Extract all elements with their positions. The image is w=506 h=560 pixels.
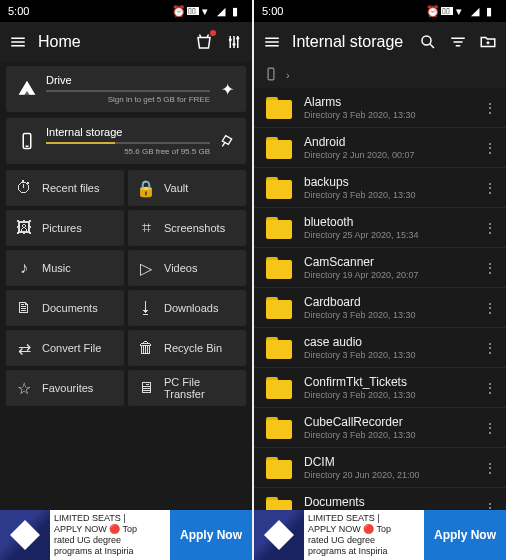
folder-name: Cardboard — [304, 295, 468, 309]
sort-icon[interactable] — [448, 32, 468, 52]
file-list: AlarmsDirectory 3 Feb 2020, 13:30⋮Androi… — [254, 88, 506, 560]
image-icon: 🖼 — [16, 220, 32, 236]
folder-row[interactable]: CubeCallRecorderDirectory 3 Feb 2020, 13… — [254, 408, 506, 448]
document-icon: 🗎 — [16, 300, 32, 316]
category-label: Documents — [42, 302, 98, 314]
ad-image — [0, 510, 50, 560]
folder-icon — [266, 297, 292, 319]
category-label: Recent files — [42, 182, 99, 194]
category-downloads[interactable]: ⭳Downloads — [128, 290, 246, 326]
folder-meta: Directory 25 Apr 2020, 15:34 — [304, 230, 468, 240]
video-icon: ▷ — [138, 260, 154, 276]
category-recycle-bin[interactable]: 🗑Recycle Bin — [128, 330, 246, 366]
breadcrumb[interactable]: › — [254, 62, 506, 88]
folder-row[interactable]: case audioDirectory 3 Feb 2020, 13:30⋮ — [254, 328, 506, 368]
drive-card[interactable]: Drive Sign in to get 5 GB for FREE ✦ — [6, 66, 246, 112]
folder-row[interactable]: DCIMDirectory 20 Jun 2020, 21:00⋮ — [254, 448, 506, 488]
svg-point-0 — [229, 38, 232, 41]
signal-icon: ◢ — [217, 5, 229, 17]
ad-apply-button[interactable]: Apply Now — [170, 510, 252, 560]
ad-apply-button[interactable]: Apply Now — [424, 510, 506, 560]
drive-badge-icon[interactable]: ✦ — [218, 80, 236, 98]
folder-meta: Directory 3 Feb 2020, 13:30 — [304, 430, 468, 440]
svg-point-5 — [422, 36, 431, 45]
download-icon: ⭳ — [138, 300, 154, 316]
folder-icon — [266, 377, 292, 399]
folder-icon — [266, 457, 292, 479]
cart-badge — [210, 30, 216, 36]
folder-name: DCIM — [304, 455, 468, 469]
folder-meta: Directory 2 Jun 2020, 00:07 — [304, 150, 468, 160]
clean-icon[interactable] — [218, 132, 236, 150]
category-music[interactable]: ♪Music — [6, 250, 124, 286]
internal-sub: 55.6 GB free of 95.5 GB — [46, 147, 210, 156]
more-icon[interactable]: ⋮ — [480, 378, 500, 398]
folder-row[interactable]: backupsDirectory 3 Feb 2020, 13:30⋮ — [254, 168, 506, 208]
folder-name: Alarms — [304, 95, 468, 109]
app-title: Internal storage — [292, 33, 408, 51]
category-label: Screenshots — [164, 222, 225, 234]
category-pictures[interactable]: 🖼Pictures — [6, 210, 124, 246]
ad-banner[interactable]: LIMITED SEATS | APPLY NOW 🔴 Top rated UG… — [254, 510, 506, 560]
svg-line-6 — [430, 44, 434, 48]
app-title: Home — [38, 33, 184, 51]
ad-text: LIMITED SEATS | APPLY NOW 🔴 Top rated UG… — [50, 511, 170, 558]
menu-icon[interactable] — [8, 32, 28, 52]
star-icon: ☆ — [16, 380, 32, 396]
storage-screen: 5:00 ⏰ ▯▯ ▾ ◢ ▮ Internal storage — [254, 0, 506, 560]
category-pc-file-transfer[interactable]: 🖥PC File Transfer — [128, 370, 246, 406]
folder-row[interactable]: AndroidDirectory 2 Jun 2020, 00:07⋮ — [254, 128, 506, 168]
battery-icon: ▮ — [232, 5, 244, 17]
music-icon: ♪ — [16, 260, 32, 276]
category-convert-file[interactable]: ⇄Convert File — [6, 330, 124, 366]
transfer-icon: 🖥 — [138, 380, 154, 396]
folder-row[interactable]: ConfirmTkt_TicketsDirectory 3 Feb 2020, … — [254, 368, 506, 408]
more-icon[interactable]: ⋮ — [480, 418, 500, 438]
more-icon[interactable]: ⋮ — [480, 138, 500, 158]
menu-icon[interactable] — [262, 32, 282, 52]
more-icon[interactable]: ⋮ — [480, 298, 500, 318]
ad-banner[interactable]: LIMITED SEATS | APPLY NOW 🔴 Top rated UG… — [0, 510, 252, 560]
category-label: Vault — [164, 182, 188, 194]
category-screenshots[interactable]: ⌗Screenshots — [128, 210, 246, 246]
folder-icon — [266, 217, 292, 239]
more-icon[interactable]: ⋮ — [480, 338, 500, 358]
cart-icon[interactable] — [194, 32, 214, 52]
category-videos[interactable]: ▷Videos — [128, 250, 246, 286]
folder-row[interactable]: bluetoothDirectory 25 Apr 2020, 15:34⋮ — [254, 208, 506, 248]
folder-row[interactable]: CardboardDirectory 3 Feb 2020, 13:30⋮ — [254, 288, 506, 328]
more-icon[interactable]: ⋮ — [480, 98, 500, 118]
folder-name: ConfirmTkt_Tickets — [304, 375, 468, 389]
folder-meta: Directory 3 Feb 2020, 13:30 — [304, 310, 468, 320]
battery-icon: ▮ — [486, 5, 498, 17]
more-icon[interactable]: ⋮ — [480, 458, 500, 478]
equalizer-icon[interactable] — [224, 32, 244, 52]
new-folder-icon[interactable] — [478, 32, 498, 52]
folder-row[interactable]: AlarmsDirectory 3 Feb 2020, 13:30⋮ — [254, 88, 506, 128]
home-screen: 5:00 ⏰ ▯▯ ▾ ◢ ▮ Home — [0, 0, 252, 560]
category-label: Pictures — [42, 222, 82, 234]
internal-card[interactable]: Internal storage 55.6 GB free of 95.5 GB — [6, 118, 246, 164]
folder-row[interactable]: CamScannerDirectory 19 Apr 2020, 20:07⋮ — [254, 248, 506, 288]
more-icon[interactable]: ⋮ — [480, 178, 500, 198]
category-recent-files[interactable]: ⏱Recent files — [6, 170, 124, 206]
folder-icon — [266, 257, 292, 279]
category-label: PC File Transfer — [164, 376, 236, 400]
folder-meta: Directory 3 Feb 2020, 13:30 — [304, 190, 468, 200]
breadcrumb-root-icon[interactable] — [264, 67, 278, 83]
category-documents[interactable]: 🗎Documents — [6, 290, 124, 326]
alarm-icon: ⏰ — [172, 5, 184, 17]
folder-name: CamScanner — [304, 255, 468, 269]
category-vault[interactable]: 🔒Vault — [128, 170, 246, 206]
phone-storage-icon — [16, 130, 38, 152]
category-label: Convert File — [42, 342, 101, 354]
category-grid: ⏱Recent files🔒Vault🖼Pictures⌗Screenshots… — [6, 170, 246, 406]
folder-name: bluetooth — [304, 215, 468, 229]
more-icon[interactable]: ⋮ — [480, 218, 500, 238]
folder-icon — [266, 417, 292, 439]
category-favourites[interactable]: ☆Favourites — [6, 370, 124, 406]
folder-icon — [266, 177, 292, 199]
chevron-right-icon: › — [286, 69, 290, 81]
more-icon[interactable]: ⋮ — [480, 258, 500, 278]
search-icon[interactable] — [418, 32, 438, 52]
